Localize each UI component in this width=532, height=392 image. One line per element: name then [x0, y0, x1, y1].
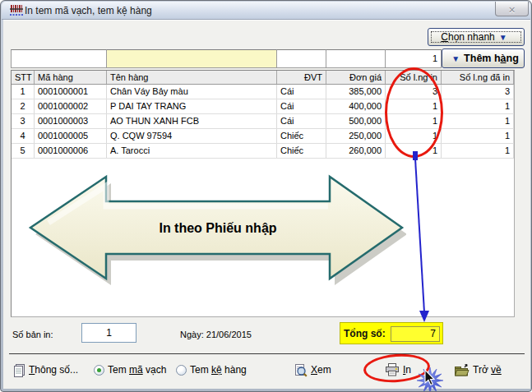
total-value-field: 7 [391, 326, 440, 342]
table-cell: 0001000005 [35, 129, 107, 143]
radio-tem-ma-vach[interactable]: Tem mã vạch [94, 359, 166, 380]
preview-magnifier-icon [294, 363, 308, 377]
table-cell: 260,000 [326, 144, 386, 158]
tro-ve-button[interactable]: Trở về [454, 359, 502, 380]
folder-return-icon [454, 363, 470, 376]
filter-cell-so-luong-in[interactable]: 1 [385, 49, 442, 68]
table-cell: AO THUN XANH FCB [107, 114, 277, 128]
table-cell: 2 [12, 99, 35, 113]
dropdown-arrow-icon: ▼ [451, 54, 460, 63]
table-cell: P DAI TAY TRANG [107, 99, 277, 113]
separator-line [9, 353, 525, 354]
table-cell: 1 [442, 144, 514, 158]
filter-cell-ten-hang[interactable] [106, 49, 277, 68]
table-cell: 0001000003 [35, 114, 107, 128]
table-cell: 3 [12, 114, 35, 128]
table-cell: 0001000001 [35, 85, 107, 99]
column-header-6[interactable]: Số l.ng đã in [442, 71, 514, 84]
cursor-starburst [412, 366, 450, 392]
radio-tem-ke-hang[interactable]: Tem kệ hàng [176, 359, 247, 380]
them-hang-button[interactable]: ▼ Thêm hàng [442, 48, 525, 68]
chon-nhanh-button[interactable]: Chọn nhanh ▼ [428, 28, 525, 46]
column-header-2[interactable]: Tên hàng [107, 71, 277, 84]
table-cell: 1 [442, 114, 514, 128]
table-cell: 0001000006 [35, 144, 107, 158]
table-cell: 1 [442, 129, 514, 143]
date-text: Ngày: 21/06/2015 [180, 330, 252, 339]
them-hang-label: Thêm hàng [464, 53, 519, 64]
table-cell: 250,000 [326, 129, 386, 143]
thong-so-button[interactable]: Thông số... [13, 359, 78, 380]
filter-cell-dvt[interactable] [276, 49, 326, 68]
filter-cell-don-gia[interactable] [326, 49, 386, 68]
column-header-0[interactable]: STT [12, 71, 35, 84]
table-cell: 1 [442, 99, 514, 113]
table-cell: Chiếc [277, 144, 326, 158]
copies-label: Số bản in: [12, 330, 53, 339]
column-header-1[interactable]: Mã hàng [35, 71, 107, 84]
tro-ve-label: Trở về [473, 364, 502, 376]
table-cell: 400,000 [326, 99, 386, 113]
table-header-row: STTMã hàngTên hàngĐVTĐơn giáSố l.ng inSố… [12, 71, 514, 85]
window-title: In tem mã vạch, tem kệ hàng [25, 5, 152, 16]
table-cell: 500,000 [326, 114, 386, 128]
table-cell: Cái [277, 99, 326, 113]
table-cell: 385,000 [326, 85, 386, 99]
table-cell: Cái [277, 85, 326, 99]
close-icon: ✕ [508, 5, 516, 15]
table-cell: 4 [12, 129, 35, 143]
table-cell: Cái [277, 114, 326, 128]
annotation-arrow-to-total [409, 151, 433, 326]
copies-input[interactable]: 1 [81, 323, 136, 343]
title-bar: In tem mã vạch, tem kệ hàng ✕ [2, 2, 530, 20]
table-cell: Chân Váy Bảy màu [107, 85, 277, 99]
radio-selected-icon [94, 365, 104, 376]
column-header-4[interactable]: Đơn giá [326, 71, 386, 84]
table-cell: 1 [12, 85, 35, 99]
xem-button[interactable]: Xem [294, 359, 331, 380]
table-cell: 3 [442, 85, 514, 99]
xem-label: Xem [311, 364, 331, 376]
table-cell: A. Tarocci [107, 144, 277, 158]
table-cell: Q. CQW 97594 [107, 129, 277, 143]
table-cell: 0001000002 [35, 99, 107, 113]
thong-so-label: Thông số... [29, 364, 78, 376]
focus-rect [431, 31, 521, 43]
date-label: Ngày: [180, 330, 204, 339]
dialog-window: In tem mã vạch, tem kệ hàng ✕ Chọn nhanh… [0, 0, 532, 392]
banner-arrow-label: In theo Phiếu nhập [159, 221, 276, 235]
radio-unselected-icon [176, 365, 187, 376]
table-cell: 5 [12, 144, 35, 158]
barcode-icon [10, 5, 23, 16]
table-cell: Chiếc [277, 129, 326, 143]
annotation-ellipse-qty-column [385, 67, 443, 158]
tem-ma-vach-label: Tem mã vạch [108, 364, 166, 376]
column-header-3[interactable]: ĐVT [277, 71, 326, 84]
tem-ke-hang-label: Tem kệ hàng [190, 364, 247, 376]
date-value: 21/06/2015 [206, 330, 252, 339]
total-label: Tổng số: [340, 328, 386, 339]
document-icon [13, 363, 25, 377]
total-box: Tổng số: 7 [340, 322, 443, 344]
banner-arrow: In theo Phiếu nhập [24, 172, 406, 297]
table-row[interactable]: 50001000006A. TarocciChiếc260,00011 [12, 144, 514, 159]
close-button[interactable]: ✕ [495, 2, 529, 16]
filter-qty-value: 1 [386, 50, 441, 67]
filter-cell-ma-hang[interactable] [11, 49, 107, 68]
